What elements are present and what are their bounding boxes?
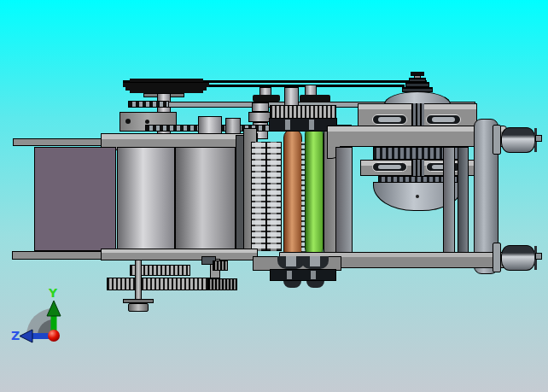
caster-flange <box>493 125 501 155</box>
triad-origin-sphere <box>48 330 60 342</box>
roller-stub <box>286 256 296 266</box>
belt-pulley-disc[interactable] <box>130 79 203 82</box>
nut-stack <box>248 112 271 122</box>
bearing-separator <box>285 120 290 130</box>
gear-shaft-rod <box>135 260 142 301</box>
drive-chain-upper[interactable] <box>128 101 169 108</box>
bearing-block-bottom[interactable] <box>270 269 336 281</box>
shaft-bolt-head <box>128 303 149 312</box>
caster-flange <box>493 243 501 272</box>
orange-roller[interactable] <box>283 129 302 260</box>
bearing-foot <box>283 281 301 288</box>
idler-cylinder <box>198 116 222 134</box>
motor-shaft-lines <box>411 160 424 176</box>
spiked-roller-shaft <box>271 142 277 251</box>
caster-axle-pin <box>535 253 542 260</box>
green-roller[interactable] <box>305 126 324 257</box>
bolt-head <box>125 119 131 124</box>
roller-stub <box>310 256 320 266</box>
mount-slot-pin <box>378 165 401 169</box>
bolt-head <box>145 120 149 124</box>
gear-small[interactable] <box>207 278 237 290</box>
cad-viewport[interactable]: Y Z <box>0 0 548 392</box>
pinion-gear[interactable] <box>213 260 228 271</box>
bearing-separator <box>311 271 316 279</box>
orientation-triad: Y Z <box>7 282 79 354</box>
sprocket-disc[interactable] <box>253 95 280 102</box>
y-axis-label: Y <box>48 286 58 300</box>
y-axis-arrowhead <box>47 301 61 316</box>
nut-stack <box>252 102 269 112</box>
bearing-separator <box>309 120 314 130</box>
motor-top-dome[interactable] <box>384 91 451 104</box>
sprocket-disc[interactable] <box>300 95 330 102</box>
motor-screw <box>416 195 419 198</box>
left-drum[interactable] <box>34 147 116 251</box>
mount-slot-pin <box>432 117 455 122</box>
motor-shaft-lines <box>411 103 424 126</box>
guide-roller-front[interactable] <box>117 147 175 253</box>
guide-roller-rear[interactable] <box>175 147 236 253</box>
gear-large[interactable] <box>107 278 219 290</box>
frame-bottom-deck[interactable] <box>101 249 258 260</box>
spiked-roller-shaft <box>255 142 261 251</box>
caster-wheel-upper[interactable] <box>501 127 535 153</box>
z-axis-label: Z <box>11 329 20 342</box>
bearing-foot <box>306 281 324 288</box>
frame-post[interactable] <box>443 147 455 253</box>
idler-cylinder <box>225 118 241 134</box>
frame-post[interactable] <box>335 147 353 253</box>
caster-wheel-lower[interactable] <box>501 245 535 271</box>
frame-bottom-rail-left[interactable] <box>12 251 102 260</box>
z-axis-arrowhead <box>20 330 32 342</box>
bearing-separator <box>287 271 292 279</box>
frame-post[interactable] <box>458 147 469 253</box>
caster-axle-pin <box>535 135 542 142</box>
frame-top-rail-left[interactable] <box>13 138 102 146</box>
mount-slot-pin <box>378 117 401 122</box>
